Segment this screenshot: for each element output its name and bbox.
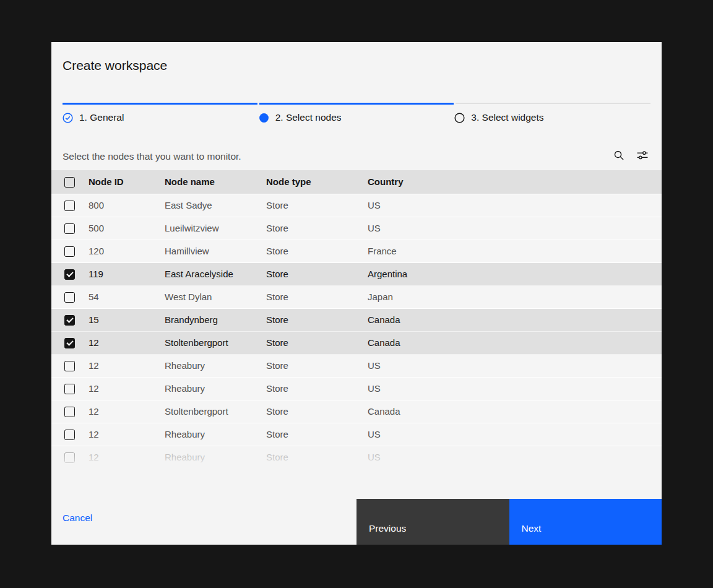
cell-node-id: 119	[89, 262, 165, 285]
row-checkbox[interactable]	[64, 201, 75, 211]
step-label: 1. General	[79, 112, 124, 123]
table-row[interactable]: 500 Lueilwitzview Store US	[51, 217, 662, 240]
table-row[interactable]: 120 Hamillview Store France	[51, 240, 662, 262]
progress-segment-current	[259, 103, 454, 105]
table-row[interactable]: 119 East Aracelyside Store Argentina	[51, 262, 662, 285]
cell-node-type: Store	[266, 354, 368, 377]
cell-node-name: Stoltenbergport	[165, 331, 266, 354]
cell-node-name: West Dylan	[165, 285, 266, 308]
cell-country: US	[368, 354, 662, 377]
checkmark-circle-icon	[63, 113, 73, 123]
cell-country: France	[368, 240, 662, 262]
cell-node-type: Store	[266, 262, 368, 285]
cell-node-id: 500	[89, 217, 165, 240]
cell-node-type: Store	[266, 194, 368, 217]
select-all-checkbox[interactable]	[64, 177, 75, 188]
settings-adjust-icon	[637, 150, 648, 163]
column-header-node-id: Node ID	[89, 170, 165, 194]
cell-node-type: Store	[266, 446, 368, 469]
step-label: 2. Select nodes	[275, 112, 342, 123]
row-checkbox[interactable]	[64, 452, 75, 463]
next-button[interactable]: Next	[509, 499, 662, 545]
cell-node-name: Hamillview	[165, 240, 266, 262]
table-row[interactable]: 12 Stoltenbergport Store Canada	[51, 331, 662, 354]
cell-country: Argentina	[368, 262, 662, 285]
cell-node-name: Rheabury	[165, 423, 266, 446]
table-toolbar: Select the nodes that you want to monito…	[51, 142, 662, 170]
row-checkbox[interactable]	[64, 292, 75, 303]
table-header-row: Node ID Node name Node type Country	[51, 170, 662, 194]
cell-node-name: Rheabury	[165, 354, 266, 377]
previous-button[interactable]: Previous	[356, 499, 509, 545]
cell-node-name: East Aracelyside	[165, 262, 266, 285]
modal-footer: Cancel Previous Next	[51, 499, 662, 545]
cell-country: Canada	[368, 400, 662, 423]
search-icon	[613, 150, 624, 163]
row-checkbox[interactable]	[64, 407, 75, 417]
row-checkbox[interactable]	[64, 246, 75, 257]
table-body: 800 East Sadye Store US 500 Lueilwitzvie…	[51, 194, 662, 469]
table-row[interactable]: 12 Rheabury Store US	[51, 446, 662, 469]
progress-segment-incomplete	[456, 103, 650, 104]
cell-country: Japan	[368, 285, 662, 308]
create-workspace-modal: Create workspace 1. General	[51, 42, 662, 545]
filled-circle-icon	[259, 113, 269, 123]
cell-node-id: 120	[89, 240, 165, 262]
table-row[interactable]: 800 East Sadye Store US	[51, 194, 662, 217]
cell-node-type: Store	[266, 423, 368, 446]
page-title: Create workspace	[63, 58, 650, 74]
cell-node-name: Brandynberg	[165, 308, 266, 331]
cell-node-id: 12	[89, 331, 165, 354]
table-row[interactable]: 54 West Dylan Store Japan	[51, 285, 662, 308]
table-row[interactable]: 12 Rheabury Store US	[51, 354, 662, 377]
cell-node-type: Store	[266, 217, 368, 240]
column-header-node-type: Node type	[266, 170, 368, 194]
cell-node-id: 12	[89, 354, 165, 377]
table-row[interactable]: 15 Brandynberg Store Canada	[51, 308, 662, 331]
step-select-nodes[interactable]: 2. Select nodes	[259, 112, 455, 123]
step-select-widgets[interactable]: 3. Select widgets	[454, 112, 650, 123]
cell-node-id: 12	[89, 400, 165, 423]
table-row[interactable]: 12 Rheabury Store US	[51, 423, 662, 446]
cell-node-id: 800	[89, 194, 165, 217]
row-checkbox[interactable]	[64, 361, 75, 371]
row-checkbox[interactable]	[64, 384, 75, 394]
column-header-country: Country	[368, 170, 662, 194]
cell-node-name: East Sadye	[165, 194, 266, 217]
column-header-node-name: Node name	[165, 170, 266, 194]
cell-node-id: 12	[89, 377, 165, 400]
step-general[interactable]: 1. General	[63, 112, 259, 123]
cell-node-type: Store	[266, 377, 368, 400]
table-description: Select the nodes that you want to monito…	[63, 151, 607, 162]
cell-node-id: 15	[89, 308, 165, 331]
progress-segment-complete	[63, 103, 257, 105]
step-label: 3. Select widgets	[471, 112, 543, 123]
table-row[interactable]: 12 Stoltenbergport Store Canada	[51, 400, 662, 423]
table-row[interactable]: 12 Rheabury Store US	[51, 377, 662, 400]
cancel-area: Cancel	[51, 499, 356, 545]
page-background: { "modal": { "title": "Create workspace"…	[0, 0, 713, 588]
cell-node-id: 12	[89, 446, 165, 469]
progress-steps: 1. General 2. Select nodes 3. Select wid…	[63, 112, 650, 123]
cell-node-name: Stoltenbergport	[165, 400, 266, 423]
cancel-button[interactable]: Cancel	[63, 512, 92, 523]
cell-node-type: Store	[266, 400, 368, 423]
row-checkbox[interactable]	[64, 269, 75, 280]
cell-node-type: Store	[266, 285, 368, 308]
row-checkbox[interactable]	[64, 223, 75, 234]
progress-indicator: 1. General 2. Select nodes 3. Select wid…	[51, 103, 662, 123]
row-checkbox[interactable]	[64, 430, 75, 440]
cell-country: US	[368, 423, 662, 446]
progress-line	[63, 103, 650, 105]
cell-country: US	[368, 217, 662, 240]
row-checkbox[interactable]	[64, 315, 75, 326]
cell-node-type: Store	[266, 308, 368, 331]
cell-node-id: 54	[89, 285, 165, 308]
cell-country: US	[368, 446, 662, 469]
cell-node-type: Store	[266, 240, 368, 262]
cell-node-type: Store	[266, 331, 368, 354]
empty-circle-icon	[454, 113, 465, 123]
settings-adjust-button[interactable]	[631, 145, 654, 168]
search-button[interactable]	[607, 145, 631, 168]
row-checkbox[interactable]	[64, 338, 75, 348]
